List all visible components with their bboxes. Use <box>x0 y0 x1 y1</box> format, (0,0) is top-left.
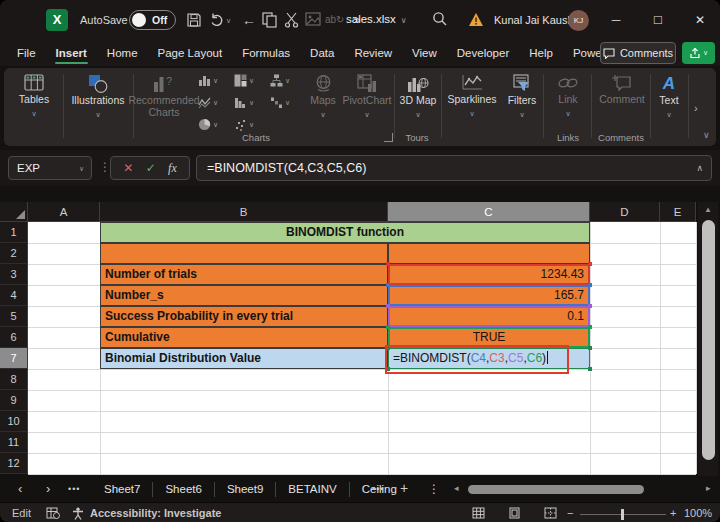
line-chart-button[interactable]: ∨ <box>198 96 218 109</box>
menu-tab-data[interactable]: Data <box>309 47 335 59</box>
cell-B2[interactable] <box>100 243 388 264</box>
menu-tab-file[interactable]: File <box>16 47 37 59</box>
minimize-button[interactable]: ─ <box>596 0 636 40</box>
menu-tab-insert[interactable]: Insert <box>55 47 88 59</box>
row-header-1[interactable]: 1 <box>0 222 28 243</box>
normal-view-icon[interactable] <box>472 507 485 519</box>
range-handle[interactable] <box>386 262 390 266</box>
zoom-in-icon[interactable]: + <box>670 507 676 519</box>
document-title[interactable]: sales.xlsx∨ <box>346 13 407 25</box>
ribbon-scroll-right-icon[interactable]: › <box>694 102 698 114</box>
warning-icon[interactable] <box>468 12 484 27</box>
sheet-tab-sheet6[interactable]: Sheet6 <box>153 482 214 497</box>
hscroll-left-icon[interactable]: ◂ <box>454 483 459 493</box>
cell-B1[interactable]: BINOMDIST function <box>100 222 590 243</box>
column-header-E[interactable]: E <box>660 202 696 222</box>
row-header-10[interactable]: 10 <box>0 411 28 432</box>
macro-record-icon[interactable] <box>46 507 60 519</box>
autosave-toggle[interactable]: Off <box>129 10 176 30</box>
comments-button[interactable]: Comments <box>600 42 676 64</box>
range-handle[interactable] <box>588 283 592 287</box>
row-header-8[interactable]: 8 <box>0 369 28 390</box>
sheet-overflow-right[interactable]: ••• <box>372 484 384 494</box>
new-sheet-icon[interactable]: + <box>400 480 408 496</box>
tables-button[interactable]: Tables ∨ <box>8 74 60 119</box>
menu-tab-page-layout[interactable]: Page Layout <box>157 47 224 59</box>
range-handle[interactable] <box>386 283 390 287</box>
hscroll-right-icon[interactable]: ▸ <box>706 483 711 493</box>
search-icon[interactable] <box>432 11 450 28</box>
filters-button[interactable]: Filters ∨ <box>502 74 542 120</box>
text-button[interactable]: A Text ∨ <box>652 74 686 120</box>
avatar[interactable]: KJ <box>568 10 589 31</box>
waterfall-button[interactable]: ∨ <box>270 96 290 109</box>
row-header-12[interactable]: 12 <box>0 453 28 474</box>
close-button[interactable]: ✕ <box>680 0 720 40</box>
cell-B5[interactable]: Success Probability in every trial <box>100 306 388 327</box>
back-icon[interactable]: ← <box>240 12 258 29</box>
menu-tab-developer[interactable]: Developer <box>456 47 510 59</box>
next-sheet-icon[interactable]: › <box>46 481 50 496</box>
column-header-A[interactable]: A <box>28 202 100 222</box>
range-handle[interactable] <box>386 304 390 308</box>
name-box-dropdown-icon[interactable]: ∨ <box>79 158 84 180</box>
sheet-tab-betainv[interactable]: BETAINV <box>276 482 349 497</box>
sheet-tab-sheet9[interactable]: Sheet9 <box>215 482 276 497</box>
formula-input[interactable]: =BINOMDIST(C4,C3,C5,C6) ∧ <box>196 155 712 181</box>
column-chart-button[interactable]: ∨ <box>198 74 218 87</box>
sheet-menu-icon[interactable]: ⋮ <box>428 482 440 496</box>
select-all-corner[interactable] <box>0 202 28 222</box>
row-header-2[interactable]: 2 <box>0 243 28 264</box>
cut-icon[interactable] <box>284 12 302 29</box>
cell-B7[interactable]: Binomial Distribution Value <box>100 348 388 369</box>
sparklines-button[interactable]: Sparklines ∨ <box>444 74 500 119</box>
column-header-B[interactable]: B <box>100 202 388 222</box>
cell-B6[interactable]: Cumulative <box>100 327 388 348</box>
menu-tab-help[interactable]: Help <box>528 47 554 59</box>
range-handle[interactable] <box>588 346 592 350</box>
accessibility-icon[interactable] <box>72 507 84 520</box>
zoom-out-icon[interactable]: − <box>567 507 573 519</box>
scroll-up-icon[interactable]: ▴ <box>698 204 718 214</box>
cell-C5[interactable]: 0.1 <box>388 306 590 327</box>
hierarchy-button[interactable]: ∨ <box>270 74 290 87</box>
name-box[interactable]: EXP ∨ <box>8 156 92 180</box>
save-icon[interactable] <box>186 12 204 29</box>
cell-C4[interactable]: 165.7 <box>388 285 590 306</box>
cell-B3[interactable]: Number of trials <box>100 264 388 285</box>
vertical-scrollbar[interactable]: ▴ <box>698 202 718 476</box>
row-header-6[interactable]: 6 <box>0 327 28 348</box>
treemap-button[interactable]: ∨ <box>234 74 254 87</box>
prev-sheet-icon[interactable]: ‹ <box>18 481 22 496</box>
row-header-9[interactable]: 9 <box>0 390 28 411</box>
row-header-5[interactable]: 5 <box>0 306 28 327</box>
illustrations-button[interactable]: Illustrations ∨ <box>66 74 130 120</box>
cell-B4[interactable]: Number_s <box>100 285 388 306</box>
sheet-tab-sheet7[interactable]: Sheet7 <box>92 482 153 497</box>
column-header-C[interactable]: C <box>388 202 590 222</box>
zoom-level[interactable]: 100% <box>684 507 712 519</box>
sheet-overflow-left[interactable]: ••• <box>68 484 80 494</box>
menu-tab-home[interactable]: Home <box>106 47 139 59</box>
undo-dropdown-icon[interactable]: ∨ <box>226 17 231 25</box>
vertical-scrollbar-thumb[interactable] <box>702 220 715 460</box>
row-header-3[interactable]: 3 <box>0 264 28 285</box>
cell-C2[interactable] <box>388 243 590 264</box>
accessibility-status[interactable]: Accessibility: Investigate <box>90 507 221 519</box>
menu-tab-formulas[interactable]: Formulas <box>241 47 291 59</box>
undo-icon[interactable] <box>209 12 227 29</box>
column-header-D[interactable]: D <box>590 202 660 222</box>
scatter-button[interactable]: ∨ <box>234 118 254 131</box>
excel-logo-icon[interactable]: X <box>46 9 68 31</box>
insert-function-icon[interactable]: fx <box>168 161 177 176</box>
menu-tab-view[interactable]: View <box>411 47 438 59</box>
charts-dialog-launcher-icon[interactable] <box>384 133 393 142</box>
range-handle[interactable] <box>588 304 592 308</box>
range-handle[interactable] <box>588 325 592 329</box>
menu-tab-review[interactable]: Review <box>353 47 393 59</box>
map-3d-button[interactable]: 3D Map ∨ <box>396 74 440 120</box>
collapse-ribbon-icon[interactable]: ∨ <box>703 130 710 140</box>
horizontal-scrollbar-thumb[interactable] <box>468 485 644 494</box>
range-handle[interactable] <box>386 325 390 329</box>
cell-C3[interactable]: 1234.43 <box>388 264 590 285</box>
